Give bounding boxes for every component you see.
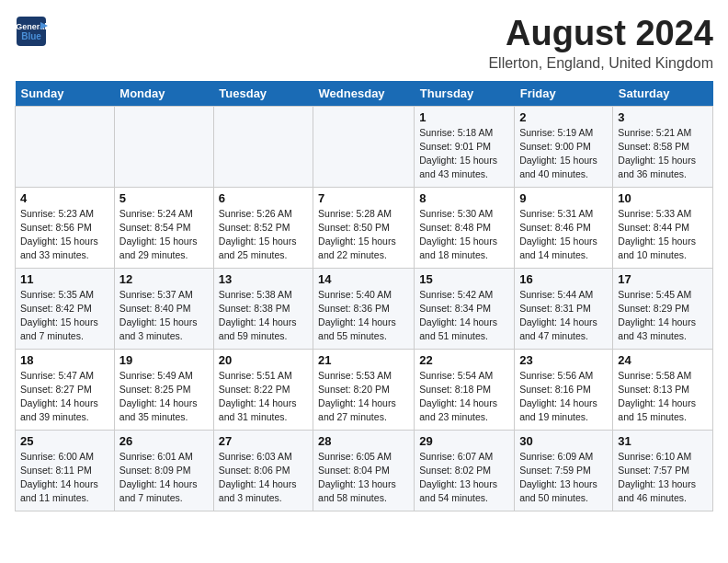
calendar-cell [16,106,115,187]
day-info: Sunrise: 5:24 AM Sunset: 8:54 PM Dayligh… [119,207,209,263]
calendar-table: SundayMondayTuesdayWednesdayThursdayFrid… [15,81,713,511]
day-info: Sunrise: 5:18 AM Sunset: 9:01 PM Dayligh… [419,126,509,182]
day-info: Sunrise: 5:45 AM Sunset: 8:29 PM Dayligh… [618,288,708,344]
calendar-cell: 11Sunrise: 5:35 AM Sunset: 8:42 PM Dayli… [16,268,115,349]
day-number: 26 [119,434,209,448]
calendar-cell: 24Sunrise: 5:58 AM Sunset: 8:13 PM Dayli… [613,349,713,430]
calendar-cell: 27Sunrise: 6:03 AM Sunset: 8:06 PM Dayli… [213,430,313,511]
calendar-cell: 31Sunrise: 6:10 AM Sunset: 7:57 PM Dayli… [613,430,713,511]
day-info: Sunrise: 6:05 AM Sunset: 8:04 PM Dayligh… [318,450,409,506]
calendar-cell: 6Sunrise: 5:26 AM Sunset: 8:52 PM Daylig… [213,187,313,268]
day-info: Sunrise: 6:10 AM Sunset: 7:57 PM Dayligh… [618,450,708,506]
weekday-header-wednesday: Wednesday [313,81,415,107]
week-row-3: 11Sunrise: 5:35 AM Sunset: 8:42 PM Dayli… [16,268,713,349]
day-info: Sunrise: 5:35 AM Sunset: 8:42 PM Dayligh… [20,288,109,344]
calendar-cell: 10Sunrise: 5:33 AM Sunset: 8:44 PM Dayli… [613,187,713,268]
calendar-cell: 21Sunrise: 5:53 AM Sunset: 8:20 PM Dayli… [313,349,415,430]
day-info: Sunrise: 5:49 AM Sunset: 8:25 PM Dayligh… [119,369,209,425]
calendar-cell: 28Sunrise: 6:05 AM Sunset: 8:04 PM Dayli… [313,430,415,511]
logo: General Blue [15,15,48,48]
day-number: 11 [20,272,109,286]
calendar-cell: 9Sunrise: 5:31 AM Sunset: 8:46 PM Daylig… [515,187,613,268]
weekday-header-monday: Monday [114,81,213,107]
week-row-4: 18Sunrise: 5:47 AM Sunset: 8:27 PM Dayli… [16,349,713,430]
weekday-header-thursday: Thursday [415,81,515,107]
calendar-cell: 5Sunrise: 5:24 AM Sunset: 8:54 PM Daylig… [114,187,213,268]
day-info: Sunrise: 5:54 AM Sunset: 8:18 PM Dayligh… [419,369,509,425]
calendar-cell: 8Sunrise: 5:30 AM Sunset: 8:48 PM Daylig… [415,187,515,268]
calendar-cell [114,106,213,187]
week-row-2: 4Sunrise: 5:23 AM Sunset: 8:56 PM Daylig… [16,187,713,268]
calendar-cell: 15Sunrise: 5:42 AM Sunset: 8:34 PM Dayli… [415,268,515,349]
week-row-1: 1Sunrise: 5:18 AM Sunset: 9:01 PM Daylig… [16,106,713,187]
day-info: Sunrise: 5:44 AM Sunset: 8:31 PM Dayligh… [519,288,608,344]
calendar-cell: 16Sunrise: 5:44 AM Sunset: 8:31 PM Dayli… [515,268,613,349]
day-number: 15 [419,272,509,286]
calendar-cell: 23Sunrise: 5:56 AM Sunset: 8:16 PM Dayli… [515,349,613,430]
day-info: Sunrise: 5:33 AM Sunset: 8:44 PM Dayligh… [618,207,708,263]
calendar-cell: 4Sunrise: 5:23 AM Sunset: 8:56 PM Daylig… [16,187,115,268]
day-info: Sunrise: 5:38 AM Sunset: 8:38 PM Dayligh… [219,288,308,344]
weekday-header-tuesday: Tuesday [213,81,313,107]
day-number: 21 [318,353,409,367]
weekday-header-saturday: Saturday [613,81,713,107]
day-number: 18 [20,353,109,367]
svg-text:Blue: Blue [21,31,41,41]
calendar-cell: 20Sunrise: 5:51 AM Sunset: 8:22 PM Dayli… [213,349,313,430]
day-number: 25 [20,434,109,448]
calendar-cell: 7Sunrise: 5:28 AM Sunset: 8:50 PM Daylig… [313,187,415,268]
day-number: 4 [20,191,109,205]
day-info: Sunrise: 5:23 AM Sunset: 8:56 PM Dayligh… [20,207,109,263]
day-number: 19 [119,353,209,367]
day-number: 6 [219,191,308,205]
day-info: Sunrise: 6:00 AM Sunset: 8:11 PM Dayligh… [20,450,109,506]
day-info: Sunrise: 5:53 AM Sunset: 8:20 PM Dayligh… [318,369,409,425]
day-info: Sunrise: 5:37 AM Sunset: 8:40 PM Dayligh… [119,288,209,344]
calendar-cell [313,106,415,187]
calendar-cell: 29Sunrise: 6:07 AM Sunset: 8:02 PM Dayli… [415,430,515,511]
day-info: Sunrise: 5:21 AM Sunset: 8:58 PM Dayligh… [618,126,708,182]
weekday-header-friday: Friday [515,81,613,107]
day-number: 7 [318,191,409,205]
day-number: 22 [419,353,509,367]
location-subtitle: Ellerton, England, United Kingdom [488,55,713,72]
week-row-5: 25Sunrise: 6:00 AM Sunset: 8:11 PM Dayli… [16,430,713,511]
day-info: Sunrise: 5:28 AM Sunset: 8:50 PM Dayligh… [318,207,409,263]
day-info: Sunrise: 6:03 AM Sunset: 8:06 PM Dayligh… [219,450,308,506]
title-block: August 2024 Ellerton, England, United Ki… [488,15,713,72]
day-number: 24 [618,353,708,367]
day-info: Sunrise: 5:30 AM Sunset: 8:48 PM Dayligh… [419,207,509,263]
calendar-cell: 26Sunrise: 6:01 AM Sunset: 8:09 PM Dayli… [114,430,213,511]
day-number: 10 [618,191,708,205]
calendar-cell: 30Sunrise: 6:09 AM Sunset: 7:59 PM Dayli… [515,430,613,511]
day-info: Sunrise: 6:01 AM Sunset: 8:09 PM Dayligh… [119,450,209,506]
day-number: 13 [219,272,308,286]
day-number: 29 [419,434,509,448]
day-number: 14 [318,272,409,286]
calendar-cell: 2Sunrise: 5:19 AM Sunset: 9:00 PM Daylig… [515,106,613,187]
day-number: 27 [219,434,308,448]
calendar-cell: 12Sunrise: 5:37 AM Sunset: 8:40 PM Dayli… [114,268,213,349]
day-number: 5 [119,191,209,205]
day-number: 1 [419,110,509,124]
calendar-body: 1Sunrise: 5:18 AM Sunset: 9:01 PM Daylig… [16,106,713,511]
calendar-cell: 3Sunrise: 5:21 AM Sunset: 8:58 PM Daylig… [613,106,713,187]
day-number: 31 [618,434,708,448]
calendar-cell: 25Sunrise: 6:00 AM Sunset: 8:11 PM Dayli… [16,430,115,511]
day-number: 16 [519,272,608,286]
day-number: 2 [519,110,608,124]
day-number: 23 [519,353,608,367]
day-number: 12 [119,272,209,286]
day-number: 28 [318,434,409,448]
day-info: Sunrise: 5:42 AM Sunset: 8:34 PM Dayligh… [419,288,509,344]
day-info: Sunrise: 5:19 AM Sunset: 9:00 PM Dayligh… [519,126,608,182]
day-info: Sunrise: 6:09 AM Sunset: 7:59 PM Dayligh… [519,450,608,506]
calendar-cell: 22Sunrise: 5:54 AM Sunset: 8:18 PM Dayli… [415,349,515,430]
month-year-title: August 2024 [488,15,713,53]
day-number: 20 [219,353,308,367]
logo-icon: General Blue [15,15,48,48]
day-info: Sunrise: 6:07 AM Sunset: 8:02 PM Dayligh… [419,450,509,506]
calendar-cell [213,106,313,187]
day-info: Sunrise: 5:31 AM Sunset: 8:46 PM Dayligh… [519,207,608,263]
weekday-header-sunday: Sunday [16,81,115,107]
